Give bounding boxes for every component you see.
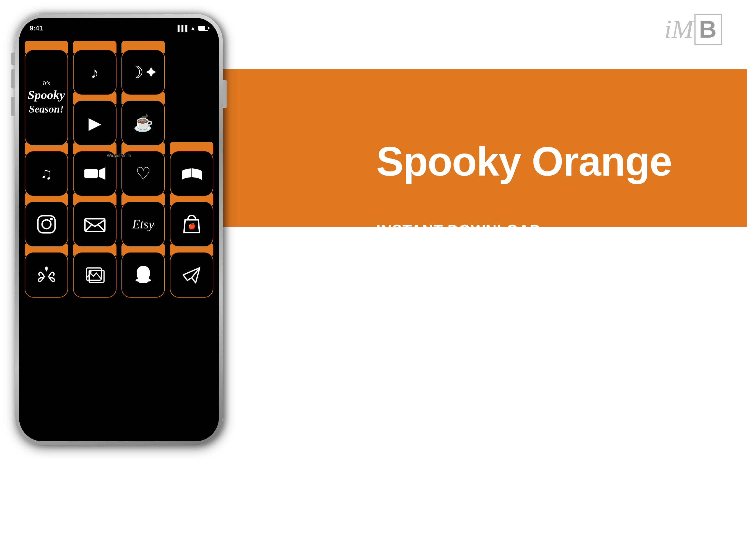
- phone-screen: 9:41 ▐▐▐ ▲: [19, 18, 219, 442]
- notch: [93, 18, 145, 28]
- telegram-icon: [170, 252, 213, 298]
- svg-line-8: [99, 225, 105, 232]
- side-button-volume-down: [11, 97, 15, 116]
- apple-store-icon: 🍎: [170, 201, 213, 247]
- instant-download-label: INSTANT DOWNLOAD: [376, 221, 541, 239]
- svg-line-7: [85, 225, 91, 232]
- coffee-symbol: ☕: [133, 114, 153, 132]
- feature-item-2: 40 Small Widgets: [376, 268, 519, 285]
- tiktok-symbol: ♪: [91, 63, 99, 82]
- status-icons: ▐▐▐ ▲: [176, 25, 208, 31]
- feature-text-4: 1 Wallpaper: [387, 314, 466, 331]
- logo-area: iM B: [664, 14, 722, 45]
- instagram-icon: [25, 201, 68, 247]
- book-symbol: [180, 166, 203, 182]
- moon-icon: ☽✦: [122, 50, 165, 95]
- feature-text-2: 40 Small Widgets: [387, 268, 503, 285]
- feature-item-1: 303 App Icons: [376, 245, 519, 262]
- widgetsmith-label: Widgetsmith: [107, 153, 131, 158]
- col4-row2: [170, 100, 213, 146]
- bullet-3: [376, 297, 381, 302]
- svg-marker-1: [99, 167, 105, 180]
- etsy-icon: Etsy: [122, 201, 165, 247]
- logo-im: iM: [664, 16, 694, 43]
- phone-wrapper: 9:41 ▐▐▐ ▲: [15, 14, 223, 445]
- mail-symbol: [83, 216, 106, 233]
- bullet-1: [376, 251, 381, 256]
- screen-content: It's Spooky Season!: [19, 36, 219, 442]
- phone-body: 9:41 ▐▐▐ ▲: [15, 14, 223, 445]
- svg-point-5: [50, 218, 53, 220]
- tiktok-icon: ♪: [73, 50, 117, 95]
- icons-layout: It's Spooky Season!: [25, 40, 213, 298]
- airbnb-symbol: [37, 264, 56, 285]
- snapchat-symbol: [134, 264, 153, 285]
- telegram-symbol: [182, 265, 202, 285]
- features-list: 303 App Icons 40 Small Widgets 40 Medium…: [376, 245, 519, 338]
- feature-text-3: 40 Medium Widgets: [387, 291, 519, 308]
- photos-icon: [73, 252, 117, 298]
- bullet-4: [376, 321, 381, 325]
- wifi-icon: ▲: [190, 25, 196, 31]
- music-symbol: ♫: [41, 164, 53, 183]
- books-icon: [170, 151, 213, 196]
- youtube-symbol: ▶: [88, 113, 101, 133]
- feature-item-3: 40 Medium Widgets: [376, 291, 519, 308]
- heart-symbol: ♡: [135, 163, 151, 184]
- coffee-icon: ☕: [122, 100, 165, 146]
- instagram-symbol: [36, 213, 57, 235]
- hero-icon-inner: It's Spooky Season!: [25, 50, 68, 146]
- white-drips-svg: [163, 353, 747, 560]
- music-icon: ♫: [25, 151, 68, 196]
- logo-b: B: [694, 14, 722, 45]
- svg-rect-6: [85, 219, 105, 232]
- etsy-symbol: Etsy: [132, 217, 154, 232]
- mail-icon: [73, 201, 117, 247]
- feature-item-4: 1 Wallpaper: [376, 314, 519, 331]
- svg-rect-0: [84, 169, 98, 178]
- hero-icon: It's Spooky Season!: [25, 50, 68, 146]
- feature-text-1: 303 App Icons: [387, 245, 482, 262]
- time-display: 9:41: [30, 24, 43, 32]
- youtube-icon: ▶: [73, 100, 117, 146]
- col4-row1: [170, 50, 213, 95]
- product-title: Spooky Orange: [376, 141, 672, 182]
- snapchat-icon: [122, 252, 165, 298]
- side-button-silent: [11, 53, 15, 65]
- bullet-2: [376, 274, 381, 279]
- video-camera-symbol: [84, 166, 106, 181]
- moon-symbol: ☽✦: [128, 62, 158, 82]
- battery-icon: [198, 26, 208, 31]
- side-button-power: [223, 80, 227, 108]
- photos-symbol: [84, 265, 106, 285]
- airbnb-icon: [25, 252, 68, 298]
- product-category: App Icon Pack: [376, 119, 485, 137]
- signal-icon: ▐▐▐: [176, 25, 187, 31]
- apple-store-symbol: 🍎: [182, 214, 202, 235]
- svg-point-12: [89, 270, 92, 273]
- svg-point-4: [42, 220, 51, 229]
- spooky-text: It's Spooky Season!: [28, 79, 65, 115]
- svg-text:🍎: 🍎: [188, 222, 196, 230]
- side-button-volume-up: [11, 69, 15, 88]
